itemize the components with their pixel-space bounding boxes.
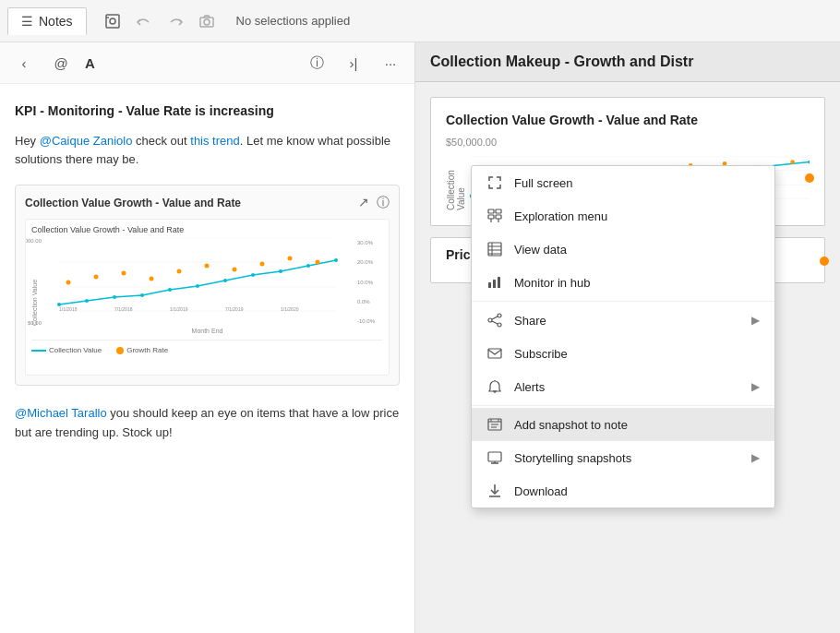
svg-rect-74 <box>488 349 501 358</box>
svg-text:7/1/2018: 7/1/2018 <box>114 306 133 312</box>
note-paragraph-2: @Michael Tarallo you should keep an eye … <box>15 404 400 443</box>
menu-alerts-label: Alerts <box>514 380 740 394</box>
at-btn[interactable]: @ <box>48 50 74 76</box>
note-paragraph-1: Hey @Caique Zaniolo check out this trend… <box>15 132 400 171</box>
menu-item-download[interactable]: Download <box>472 474 774 508</box>
svg-point-25 <box>205 264 210 269</box>
svg-point-27 <box>260 262 265 267</box>
svg-text:1/1/2020: 1/1/2020 <box>281 306 299 312</box>
svg-point-12 <box>140 293 144 297</box>
storytelling-icon <box>486 449 503 466</box>
svg-point-19 <box>334 258 338 262</box>
back-btn[interactable]: ‹ <box>11 50 37 76</box>
svg-text:7/1/2019: 7/1/2019 <box>225 306 244 312</box>
legend-growth: Growth Rate <box>126 346 168 354</box>
svg-text:1/1/2019: 1/1/2019 <box>170 306 188 312</box>
top-toolbar: ☰ Notes <box>0 0 840 42</box>
alerts-arrow-icon: ▶ <box>751 380 760 393</box>
undo-btn[interactable] <box>129 6 159 36</box>
monitorhub-icon <box>486 274 503 291</box>
exploration-icon <box>486 208 503 224</box>
chart-embed-title: Collection Value Growth - Value and Rate <box>25 197 241 209</box>
chart-embed-info-icon[interactable]: ⓘ <box>377 195 390 211</box>
svg-point-29 <box>316 260 320 265</box>
menu-item-monitorhub[interactable]: Monitor in hub <box>472 266 774 299</box>
menu-item-subscribe[interactable]: Subscribe <box>472 337 774 370</box>
fullscreen-icon <box>486 174 503 191</box>
svg-point-18 <box>306 264 310 268</box>
chart-svg: 1/1/2018 7/1/2018 1/1/2019 7/1/2019 1/1/… <box>42 238 354 312</box>
info-btn[interactable]: ⓘ <box>304 50 330 76</box>
camera-btn[interactable] <box>192 6 222 36</box>
svg-line-73 <box>492 321 498 324</box>
viz-y-label: Collection Value <box>446 155 466 210</box>
redo-btn[interactable] <box>161 6 190 36</box>
svg-point-21 <box>94 275 99 280</box>
menu-item-snapshot[interactable]: Add snapshot to note <box>472 408 774 441</box>
svg-point-28 <box>288 257 293 261</box>
viewdata-icon <box>486 241 503 257</box>
svg-point-17 <box>279 269 282 273</box>
orange-indicator <box>805 173 814 183</box>
menu-subscribe-label: Subscribe <box>514 347 760 361</box>
more-btn[interactable]: ··· <box>378 50 403 76</box>
menu-item-storytelling[interactable]: Storytelling snapshots ▶ <box>472 441 774 474</box>
menu-divider-2 <box>472 405 774 406</box>
share-arrow-icon: ▶ <box>751 314 760 327</box>
menu-storytelling-label: Storytelling snapshots <box>514 451 740 465</box>
svg-text:1/1/2018: 1/1/2018 <box>59 306 78 312</box>
alerts-icon <box>486 378 503 395</box>
svg-point-16 <box>251 273 255 277</box>
toolbar-icons <box>98 6 222 36</box>
notes-tab-icon: ☰ <box>21 14 33 29</box>
svg-point-26 <box>233 268 237 272</box>
svg-rect-57 <box>488 215 494 219</box>
chart-embed-share-icon[interactable]: ↗ <box>358 195 369 211</box>
subscribe-icon <box>486 345 503 362</box>
notes-secondary-toolbar: ‹ @ A ⓘ ›| ··· <box>0 42 414 84</box>
viz-panel: Collection Makeup - Growth and Distr Col… <box>415 42 840 633</box>
svg-point-1 <box>110 18 115 24</box>
svg-point-20 <box>66 281 71 285</box>
forward-btn[interactable]: ›| <box>341 50 366 76</box>
mention-michael[interactable]: @Michael Tarallo <box>15 406 107 420</box>
menu-item-viewdata[interactable]: View data <box>472 233 774 266</box>
svg-point-4 <box>204 19 210 25</box>
viz-header-title: Collection Makeup - Growth and Distr <box>430 54 693 69</box>
svg-point-54 <box>790 160 795 164</box>
svg-point-23 <box>150 277 154 281</box>
menu-viewdata-label: View data <box>514 243 760 257</box>
svg-rect-58 <box>496 215 501 219</box>
svg-rect-67 <box>493 280 496 288</box>
trend-link[interactable]: this trend <box>190 134 239 148</box>
svg-rect-55 <box>488 209 494 213</box>
viz-card-1-title: Collection Value Growth - Value and Rate <box>446 113 810 127</box>
viz-header: Collection Makeup - Growth and Distr <box>415 42 840 82</box>
viz-content: Collection Value Growth - Value and Rate… <box>415 82 840 298</box>
bold-btn[interactable]: A <box>85 55 95 71</box>
chart-thumbnail: Collection Value Growth - Value and Rate… <box>25 219 390 376</box>
menu-item-share[interactable]: Share ▶ <box>472 304 774 337</box>
svg-point-44 <box>808 161 810 164</box>
menu-divider-1 <box>472 301 774 302</box>
download-icon <box>486 483 503 499</box>
svg-point-15 <box>223 279 227 282</box>
chart-embed: Collection Value Growth - Value and Rate… <box>15 185 400 386</box>
storytelling-arrow-icon: ▶ <box>751 451 760 464</box>
menu-item-exploration[interactable]: Exploration menu <box>472 199 774 233</box>
share-icon <box>486 312 503 328</box>
svg-point-71 <box>498 323 501 327</box>
y-axis-value: $50,000.00 <box>446 137 810 148</box>
mention-caique[interactable]: @Caique Zaniolo <box>40 134 133 148</box>
svg-rect-83 <box>488 452 501 461</box>
menu-fullscreen-label: Full screen <box>514 176 760 190</box>
notes-tab[interactable]: ☰ Notes <box>7 7 87 35</box>
svg-point-70 <box>488 318 492 322</box>
legend-collection: Collection Value <box>49 346 102 354</box>
svg-point-13 <box>168 288 172 292</box>
snapshot-icon-btn[interactable] <box>98 6 127 36</box>
menu-snapshot-label: Add snapshot to note <box>514 418 760 432</box>
menu-item-alerts[interactable]: Alerts ▶ <box>472 370 774 403</box>
chart-embed-header: Collection Value Growth - Value and Rate… <box>25 195 390 211</box>
menu-item-fullscreen[interactable]: Full screen <box>472 166 774 199</box>
